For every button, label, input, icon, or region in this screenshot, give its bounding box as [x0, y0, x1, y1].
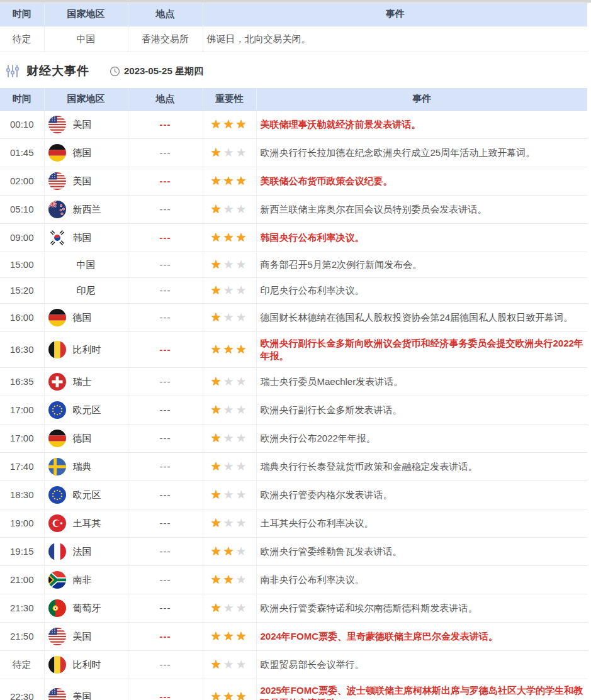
star-filled-icon: ★	[210, 284, 223, 297]
importance-cell: ★★★	[203, 651, 256, 679]
flag-icon-be	[48, 656, 66, 674]
time-cell: 15:20	[0, 278, 44, 304]
importance-cell: ★★★	[203, 679, 256, 700]
star-filled-icon: ★	[236, 630, 249, 643]
country-cell: 德国	[44, 139, 128, 167]
time-cell: 21:00	[0, 566, 44, 594]
event-cell: 印尼央行公布利率决议。	[256, 278, 587, 304]
location-cell: ---	[128, 252, 203, 278]
star-empty-icon: ★	[223, 488, 235, 501]
time-cell: 16:30	[0, 332, 44, 368]
time-cell: 18:30	[0, 481, 44, 509]
country-name: 美国	[73, 630, 92, 643]
time-cell: 17:00	[0, 425, 44, 453]
country-cell: 比利时	[44, 332, 128, 368]
star-filled-icon: ★	[210, 601, 223, 614]
location-cell: ---	[128, 224, 203, 252]
col-header-time: 时间	[0, 88, 44, 111]
star-filled-icon: ★	[236, 343, 249, 356]
star-empty-icon: ★	[236, 203, 249, 216]
event-cell: 美联储理事沃勒就经济前景发表讲话。	[256, 111, 587, 139]
country-name: 比利时	[73, 343, 101, 356]
star-filled-icon: ★	[223, 630, 235, 643]
flag-icon-kr	[48, 229, 66, 247]
location-cell: ---	[128, 651, 203, 679]
location-cell: ---	[128, 509, 203, 538]
country-cell: 土耳其	[44, 509, 128, 538]
star-empty-icon: ★	[223, 403, 235, 416]
col-header-location: 地点	[128, 3, 203, 26]
flag-icon-fr	[48, 543, 66, 560]
time-cell: 22:30	[0, 679, 44, 700]
time-cell: 05:10	[0, 196, 44, 224]
col-header-country: 国家地区	[44, 88, 128, 111]
event-row: 21:00 南非 --- ★★★ 南非央行公布利率决议。	[0, 566, 587, 594]
country-cell: 瑞士	[44, 368, 128, 396]
star-filled-icon: ★	[236, 118, 249, 131]
holiday-row: 待定 中国 香港交易所 佛诞日，北向交易关闭。	[0, 26, 587, 52]
flag-icon-pt	[48, 599, 66, 617]
importance-cell: ★★★	[203, 224, 256, 252]
country-cell: 美国	[44, 111, 128, 139]
event-row: 01:45 德国 --- ★★★ 欧洲央行行长拉加德在纪念欧洲央行成立25周年活…	[0, 139, 587, 167]
event-cell: 土耳其央行公布利率决议。	[256, 509, 587, 538]
importance-cell: ★★★	[203, 538, 256, 566]
importance-cell: ★★★	[203, 425, 256, 453]
importance-cell: ★★★	[203, 252, 256, 278]
flag-icon-de	[48, 309, 66, 326]
time-cell: 00:10	[0, 111, 44, 139]
flag-icon-se	[48, 458, 66, 475]
country-cell: 欧元区	[44, 396, 128, 425]
star-empty-icon: ★	[236, 658, 249, 671]
star-empty-icon: ★	[223, 284, 235, 297]
country-name: 德国	[73, 311, 92, 324]
time-cell: 01:45	[0, 139, 44, 167]
event-row: 待定 比利时 --- ★★★ 欧盟贸易部长会议举行。	[0, 651, 587, 679]
star-empty-icon: ★	[223, 311, 235, 324]
location-cell: ---	[128, 368, 203, 396]
flag-icon-de	[48, 309, 66, 326]
star-filled-icon: ★	[210, 516, 223, 530]
star-filled-icon: ★	[210, 403, 223, 416]
star-empty-icon: ★	[223, 146, 235, 159]
star-filled-icon: ★	[210, 118, 223, 131]
country-name: 美国	[73, 175, 92, 187]
importance-cell: ★★★	[203, 509, 256, 538]
events-table-body: 00:10 美国 --- ★★★ 美联储理事沃勒就经济前景发表讲话。 01:45…	[0, 111, 587, 700]
time-cell: 17:00	[0, 396, 44, 425]
event-row: 15:20 印尼 --- ★★★ 印尼央行公布利率决议。	[0, 278, 587, 304]
country-cell: 法国	[44, 538, 128, 566]
event-cell: 欧洲央行副行长金多斯发表讲话。	[256, 396, 587, 425]
star-filled-icon: ★	[210, 174, 223, 187]
flag-icon-us	[48, 172, 66, 190]
star-empty-icon: ★	[236, 311, 249, 324]
location-cell: ---	[128, 481, 203, 509]
star-empty-icon: ★	[236, 545, 249, 558]
location-cell: ---	[128, 396, 203, 425]
time-cell: 待定	[0, 651, 44, 679]
flag-icon-de	[48, 144, 66, 162]
col-header-country: 国家地区	[44, 3, 128, 26]
event-cell: 2025年FOMC票委、波士顿联储主席柯林斯出席与罗德岛社区大学的学生和教职员工…	[256, 679, 587, 700]
time-cell: 17:40	[0, 453, 44, 481]
event-cell: 瑞典央行行长泰登就货币政策和金融稳定发表讲话。	[256, 453, 587, 481]
star-empty-icon: ★	[236, 146, 249, 159]
event-cell: 欧洲央行管委森特诺和埃尔南德斯德科斯发表讲话。	[256, 594, 587, 623]
flag-icon-be	[48, 656, 66, 674]
event-row: 19:00 土耳其 --- ★★★ 土耳其央行公布利率决议。	[0, 509, 587, 538]
location-cell: ---	[128, 425, 203, 453]
holiday-table-header-row: 时间 国家地区 地点 事件	[0, 3, 587, 26]
event-cell: 2024年FOMC票委、里奇蒙德联储主席巴尔金发表讲话。	[256, 623, 587, 651]
country-name: 新西兰	[73, 203, 101, 216]
star-filled-icon: ★	[236, 174, 249, 187]
flag-icon-pt	[48, 599, 66, 617]
star-empty-icon: ★	[236, 284, 249, 297]
location-cell: 香港交易所	[128, 26, 203, 52]
star-empty-icon: ★	[223, 375, 235, 388]
date-picker[interactable]: 2023-05-25 星期四	[110, 65, 203, 77]
flag-icon-tr	[48, 514, 66, 532]
star-filled-icon: ★	[210, 311, 223, 324]
country-name: 瑞士	[73, 375, 92, 388]
flag-icon-eu	[48, 486, 66, 504]
star-empty-icon: ★	[236, 488, 249, 501]
